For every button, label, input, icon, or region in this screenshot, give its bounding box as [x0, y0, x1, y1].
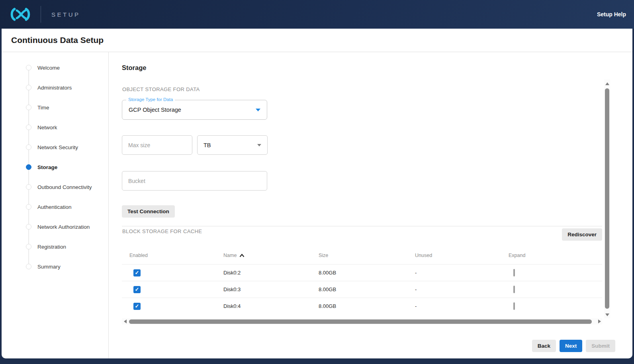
disk-name: Disk0:4 — [223, 303, 319, 309]
storage-type-select[interactable]: Storage Type for Data GCP Object Storage — [122, 100, 267, 120]
main-card: Continuous Data Setup WelcomeAdministrat… — [2, 29, 632, 358]
disk-unused: - — [415, 303, 509, 309]
expand-checkbox[interactable] — [513, 269, 515, 276]
scroll-down-arrow-icon[interactable] — [605, 313, 609, 316]
section-divider — [122, 226, 602, 226]
step-section-title: Storage — [122, 64, 146, 72]
test-connection-button[interactable]: Test Connection — [122, 205, 175, 218]
step-indicator — [26, 105, 31, 110]
sidebar-item-network[interactable]: Network — [2, 117, 108, 137]
step-label: Time — [37, 105, 49, 111]
setup-help-link[interactable]: Setup Help — [597, 11, 626, 18]
storage-type-value: GCP Object Storage — [129, 107, 181, 113]
step-label: Network Authorization — [37, 224, 90, 230]
sort-ascending-icon — [239, 254, 245, 257]
column-header-size: Size — [319, 253, 415, 258]
disk-table: Enabled Name Size Unused Expand ✓Disk0:2… — [122, 247, 602, 314]
table-row: ✓Disk0:38.00GB- — [122, 281, 602, 298]
sidebar-item-authentication[interactable]: Authentication — [2, 197, 108, 217]
step-indicator — [26, 204, 31, 210]
disk-name: Disk0:2 — [223, 270, 319, 276]
horizontal-scrollbar[interactable] — [122, 318, 602, 325]
step-indicator — [26, 264, 31, 269]
step-label: Registration — [37, 244, 66, 250]
step-indicator — [26, 125, 31, 130]
submit-button[interactable]: Submit — [586, 340, 615, 352]
sidebar-item-welcome[interactable]: Welcome — [2, 58, 108, 78]
brand-area: SETUP — [9, 6, 80, 23]
enabled-checkbox[interactable]: ✓ — [133, 286, 141, 293]
scroll-left-arrow-icon[interactable] — [124, 319, 127, 323]
sidebar-item-outbound-connectivity[interactable]: Outbound Connectivity — [2, 177, 108, 197]
step-indicator — [26, 244, 31, 249]
sidebar-item-storage[interactable]: Storage — [2, 157, 108, 177]
size-unit-value: TB — [204, 142, 211, 148]
step-label: Administrators — [37, 85, 72, 91]
top-header-bar: SETUP Setup Help — [0, 0, 634, 29]
chevron-down-icon — [256, 109, 260, 111]
setup-stepper: WelcomeAdministratorsTimeNetworkNetwork … — [2, 52, 109, 358]
size-unit-select[interactable]: TB — [197, 135, 268, 155]
sidebar-item-administrators[interactable]: Administrators — [2, 78, 108, 97]
disk-unused: - — [415, 270, 509, 276]
sidebar-item-network-authorization[interactable]: Network Authorization — [2, 217, 108, 237]
step-label: Outbound Connectivity — [37, 184, 92, 190]
sidebar-item-network-security[interactable]: Network Security — [2, 137, 108, 157]
back-button[interactable]: Back — [532, 340, 556, 352]
disk-table-header: Enabled Name Size Unused Expand — [122, 247, 602, 264]
step-label: Welcome — [37, 65, 60, 71]
storage-step-content: Storage OBJECT STORAGE FOR DATA Storage … — [109, 52, 632, 358]
disk-unused: - — [415, 286, 509, 292]
rediscover-button[interactable]: Rediscover — [562, 228, 602, 241]
page-title: Continuous Data Setup — [2, 29, 632, 52]
expand-checkbox[interactable] — [513, 302, 515, 310]
block-storage-heading: BLOCK STORAGE FOR CACHE — [122, 228, 202, 234]
horizontal-scrollbar-thumb[interactable] — [129, 319, 592, 324]
step-indicator — [26, 184, 31, 190]
max-size-input[interactable] — [122, 135, 192, 155]
column-header-unused: Unused — [415, 253, 509, 258]
step-indicator — [26, 65, 31, 70]
vertical-scrollbar-thumb[interactable] — [605, 88, 609, 309]
step-label: Network Security — [37, 144, 78, 150]
disk-name: Disk0:3 — [223, 286, 319, 292]
bucket-input[interactable] — [122, 171, 267, 191]
brand-divider — [41, 6, 41, 23]
app-name: SETUP — [51, 11, 80, 18]
column-header-enabled: Enabled — [129, 253, 223, 258]
step-indicator-active — [26, 164, 31, 170]
scroll-up-arrow-icon[interactable] — [605, 82, 609, 85]
step-indicator — [26, 224, 31, 230]
table-row: ✓Disk0:48.00GB- — [122, 298, 602, 314]
object-storage-heading: OBJECT STORAGE FOR DATA — [122, 86, 200, 92]
disk-size: 8.00GB — [319, 270, 415, 276]
enabled-checkbox[interactable]: ✓ — [133, 303, 141, 310]
storage-type-label: Storage Type for Data — [126, 97, 175, 102]
sidebar-item-registration[interactable]: Registration — [2, 237, 108, 257]
enabled-checkbox[interactable]: ✓ — [133, 269, 141, 276]
disk-size: 8.00GB — [319, 303, 415, 309]
step-label: Authentication — [37, 204, 72, 210]
step-indicator — [26, 144, 31, 150]
sidebar-item-summary[interactable]: Summary — [2, 257, 108, 276]
step-indicator — [26, 85, 31, 90]
wizard-footer-actions: Back Next Submit — [532, 340, 615, 352]
vertical-scrollbar[interactable] — [604, 80, 610, 318]
table-row: ✓Disk0:28.00GB- — [122, 264, 602, 281]
scroll-right-arrow-icon[interactable] — [598, 319, 601, 323]
step-label: Storage — [37, 164, 57, 170]
expand-checkbox[interactable] — [513, 286, 515, 293]
chevron-down-icon — [257, 144, 261, 146]
column-header-name[interactable]: Name — [223, 253, 319, 258]
sidebar-item-time[interactable]: Time — [2, 97, 108, 117]
step-label: Summary — [37, 264, 61, 270]
disk-size: 8.00GB — [319, 286, 415, 292]
next-button[interactable]: Next — [560, 340, 582, 352]
step-label: Network — [37, 125, 57, 130]
column-header-expand: Expand — [509, 253, 602, 258]
delphix-logo-icon — [9, 6, 32, 22]
